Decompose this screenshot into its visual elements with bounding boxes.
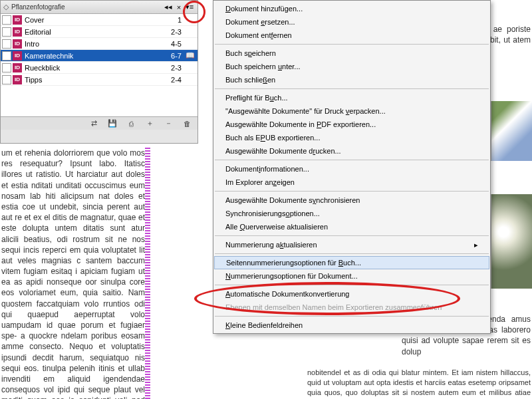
doc-row-rueckblick[interactable]: IDRueckblick2-3 xyxy=(1,62,198,74)
doc-name: Editorial xyxy=(25,28,156,36)
add-icon[interactable]: ＋ xyxy=(144,118,155,129)
menu-separator xyxy=(215,191,489,192)
menu-item[interactable]: Alle Querverweise aktualisieren xyxy=(213,220,490,233)
menu-label: Buch schließen xyxy=(225,76,275,84)
menu-label: Dokumentinformationen... xyxy=(225,165,309,173)
doc-row-intro[interactable]: IDIntro4-5 xyxy=(1,38,198,50)
menu-label: Buch speichern xyxy=(225,49,276,57)
menu-item[interactable]: "Ausgewählte Dokumente" für Druck verpac… xyxy=(213,104,490,118)
menu-item: Ebenen mit demselben Namen beim Exportie… xyxy=(213,301,490,314)
menu-separator xyxy=(215,253,489,254)
menu-label: Ebenen mit demselben Namen beim Exportie… xyxy=(225,303,442,311)
menu-item[interactable]: Nummerierung aktualisieren▸ xyxy=(213,238,490,251)
menu-separator xyxy=(215,44,489,45)
indesign-doc-icon: ID xyxy=(13,39,22,49)
menu-separator xyxy=(215,235,489,236)
menu-label: Dokument ersetzen... xyxy=(225,18,295,26)
doc-checkbox[interactable] xyxy=(2,75,11,84)
panel-header: ◇ Pflanzenfotografie ◂◂ × ▾≡ xyxy=(1,1,198,14)
doc-row-editorial[interactable]: IDEditorial2-3 xyxy=(1,26,198,38)
book-panel: ◇ Pflanzenfotografie ◂◂ × ▾≡ IDCover1IDE… xyxy=(0,0,198,144)
print-icon[interactable]: ⎙ xyxy=(126,118,136,129)
doc-pages: 2-3 xyxy=(156,64,182,72)
doc-checkbox[interactable] xyxy=(2,51,11,61)
menu-separator xyxy=(215,160,489,160)
menu-label: Dokument entfernen xyxy=(225,31,292,39)
menu-label: Synchronisierungsoptionen... xyxy=(225,209,320,217)
menu-item[interactable]: Ausgewählte Dokumente drucken... xyxy=(213,144,490,158)
panel-title: Pflanzenfotografie xyxy=(11,3,163,11)
background-text-bottom: nobitendel et as di odia qui blatur mint… xyxy=(307,368,531,399)
doc-checkbox[interactable] xyxy=(2,63,11,72)
indesign-doc-icon: ID xyxy=(13,15,22,25)
menu-label: Seitennummerierungsoptionen für Buch... xyxy=(226,259,361,267)
doc-row-tipps[interactable]: IDTipps2-4 xyxy=(1,74,198,86)
menu-label: Buch als EPUB exportieren... xyxy=(225,134,320,142)
menu-item[interactable]: Im Explorer anzeigen xyxy=(213,176,490,189)
doc-name: Rueckblick xyxy=(25,64,156,72)
menu-item[interactable]: Dokument entfernen xyxy=(213,29,490,42)
collapse-icon[interactable]: ◂◂ xyxy=(163,2,174,13)
sync-icon[interactable]: ⇄ xyxy=(88,118,99,129)
menu-item[interactable]: Kleine Bedienfeldreihen xyxy=(213,319,490,332)
menu-separator xyxy=(215,316,489,317)
menu-item[interactable]: Seitennummerierungsoptionen für Buch... xyxy=(214,256,489,269)
menu-item[interactable]: Buch als EPUB exportieren... xyxy=(213,131,490,144)
indesign-doc-icon: ID xyxy=(13,75,22,84)
menu-label: Preflight für Buch... xyxy=(225,94,288,102)
book-panel-flyout-menu: Dokument hinzufügen...Dokument ersetzen.… xyxy=(213,0,491,334)
trash-icon[interactable]: 🗑 xyxy=(182,118,192,129)
doc-row-kameratechnik[interactable]: IDKameratechnik6-7📖 xyxy=(1,50,198,62)
save-icon[interactable]: 💾 xyxy=(107,118,118,129)
menu-label: Nummerierung aktualisieren xyxy=(225,241,317,249)
menu-item[interactable]: Ausgewählte Dokumente in PDF exportieren… xyxy=(213,118,490,131)
menu-label: Dokument hinzufügen... xyxy=(225,5,303,13)
menu-separator xyxy=(215,285,489,285)
photo-thumbnail-1 xyxy=(491,101,532,161)
menu-label: Im Explorer anzeigen xyxy=(225,178,295,186)
background-text-left: um et rehenia dolorriorem que volo mos r… xyxy=(1,148,145,399)
doc-pages: 2-3 xyxy=(156,28,182,36)
doc-pages: 6-7 xyxy=(156,52,182,60)
menu-label: Ausgewählte Dokumente synchronisieren xyxy=(225,196,360,204)
doc-checkbox[interactable] xyxy=(2,39,11,49)
menu-label: Ausgewählte Dokumente in PDF exportieren… xyxy=(225,120,376,128)
doc-name: Kameratechnik xyxy=(25,52,156,60)
menu-item[interactable]: Nummerierungsoptionen für Dokument... xyxy=(213,269,490,283)
document-list: IDCover1IDEditorial2-3IDIntro4-5IDKamera… xyxy=(1,14,198,116)
menu-label: "Ausgewählte Dokumente" für Druck verpac… xyxy=(225,107,386,115)
doc-row-cover[interactable]: IDCover1 xyxy=(1,14,198,26)
menu-item[interactable]: Ausgewählte Dokumente synchronisieren xyxy=(213,194,490,207)
menu-item[interactable]: Buch schließen xyxy=(213,73,490,86)
indesign-doc-icon: ID xyxy=(13,51,22,61)
doc-checkbox[interactable] xyxy=(2,27,11,37)
menu-item[interactable]: Automatische Dokumentkonvertierung xyxy=(213,287,490,301)
doc-name: Tipps xyxy=(25,76,156,84)
menu-item[interactable]: Buch speichern xyxy=(213,47,490,60)
doc-pages: 1 xyxy=(156,16,182,24)
menu-item[interactable]: Buch speichern unter... xyxy=(213,60,490,73)
doc-checkbox[interactable] xyxy=(2,15,11,25)
menu-item[interactable]: Dokumentinformationen... xyxy=(213,162,490,176)
menu-item[interactable]: Synchronisierungsoptionen... xyxy=(213,207,490,220)
menu-item[interactable]: Dokument hinzufügen... xyxy=(213,2,490,15)
menu-item[interactable]: Preflight für Buch... xyxy=(213,91,490,104)
menu-item[interactable]: Dokument ersetzen... xyxy=(213,15,490,29)
doc-pages: 2-4 xyxy=(156,76,182,84)
panel-updown-icon[interactable]: ◇ xyxy=(3,3,9,11)
indesign-doc-icon: ID xyxy=(13,27,22,37)
doc-pages: 4-5 xyxy=(156,40,182,48)
panel-footer: ⇄ 💾 ⎙ ＋ － 🗑 xyxy=(1,116,198,130)
menu-label: Buch speichern unter... xyxy=(225,63,301,70)
menu-separator xyxy=(215,88,489,89)
page-margin-guide xyxy=(145,148,150,399)
menu-label: Kleine Bedienfeldreihen xyxy=(225,321,303,329)
minus-icon[interactable]: － xyxy=(163,118,174,129)
menu-label: Alle Querverweise aktualisieren xyxy=(225,223,328,231)
doc-name: Cover xyxy=(25,16,156,24)
flyout-menu-icon[interactable]: ▾≡ xyxy=(184,2,195,13)
doc-open-icon: 📖 xyxy=(186,51,196,60)
doc-name: Intro xyxy=(25,40,156,48)
close-icon[interactable]: × xyxy=(174,2,184,13)
menu-label: Automatische Dokumentkonvertierung xyxy=(225,290,350,298)
